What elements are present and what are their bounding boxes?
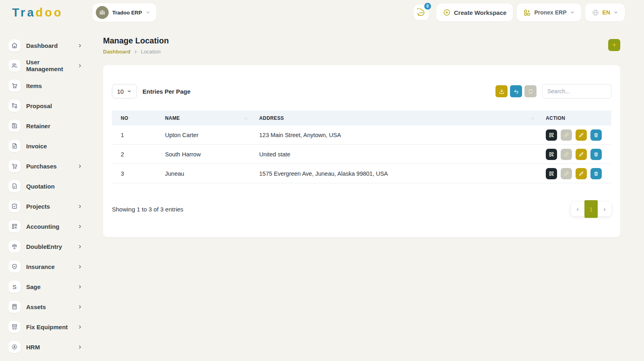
sidebar: Dashboard User Management Items Proposal…	[0, 25, 93, 361]
chevron-right-icon	[78, 305, 82, 309]
grid-plus-icon	[11, 223, 18, 230]
sidebar-item-proposal[interactable]: Proposal	[8, 96, 93, 116]
users-icon	[11, 62, 18, 69]
sidebar-item-label: Projects	[26, 203, 50, 210]
qr-code-icon	[549, 132, 554, 138]
sidebar-item-sage[interactable]: S Sage	[8, 277, 93, 297]
sort-icon[interactable]: ↑↓	[531, 116, 534, 120]
col-header-name[interactable]: NAME↑↓	[156, 115, 250, 121]
workspace-avatar	[96, 6, 109, 19]
link-button[interactable]	[561, 129, 572, 141]
home-icon	[11, 42, 18, 49]
breadcrumb-dashboard-link[interactable]: Dashboard	[103, 49, 130, 55]
undo-button[interactable]	[510, 85, 522, 97]
sidebar-item-label: Items	[26, 82, 42, 89]
sidebar-item-label: Fix Equipment	[26, 324, 68, 330]
chevron-right-icon	[78, 224, 82, 229]
sidebar-item-doubleentry[interactable]: DoubleEntry	[8, 236, 93, 256]
qr-code-button[interactable]	[546, 149, 557, 160]
sidebar-item-user-management[interactable]: User Management	[8, 55, 93, 76]
create-workspace-button[interactable]: Create Workspace	[436, 4, 513, 21]
chevron-down-icon	[570, 10, 575, 15]
col-header-no[interactable]: NO	[112, 115, 156, 121]
row-actions	[537, 168, 611, 179]
sidebar-item-hrm[interactable]: HRM	[8, 337, 93, 357]
next-page-button[interactable]: ›	[598, 202, 611, 216]
qr-code-button[interactable]	[546, 129, 557, 141]
logo-text-gold: doo	[36, 6, 63, 19]
entries-per-page-select[interactable]: 10	[112, 84, 137, 98]
table-header-row: NO NAME↑↓ ADDRESS↑↓ ACTION	[112, 111, 611, 125]
chevron-right-icon	[78, 325, 82, 329]
link-button[interactable]	[561, 168, 572, 179]
sidebar-item-label: Accounting	[26, 223, 60, 230]
sidebar-item-insurance[interactable]: Insurance	[8, 256, 93, 277]
search-input[interactable]	[542, 84, 611, 98]
delete-button[interactable]	[590, 168, 602, 179]
sidebar-item-label: Quotation	[26, 183, 55, 190]
header-actions: 0 Create Workspace Pronex ERP EN	[414, 4, 644, 21]
prev-page-button[interactable]: ‹	[571, 202, 584, 216]
qr-code-icon	[549, 152, 554, 157]
sidebar-item-accounting[interactable]: Accounting	[8, 216, 93, 236]
sidebar-item-label: Purchases	[26, 163, 57, 170]
language-label: EN	[603, 9, 610, 16]
sidebar-item-label: Insurance	[26, 263, 55, 270]
refresh-button[interactable]	[524, 85, 537, 97]
delete-button[interactable]	[590, 149, 602, 160]
target-user-icon	[11, 344, 18, 350]
sidebar-item-label: Assets	[26, 304, 46, 310]
chevron-down-icon	[127, 89, 132, 94]
edit-button[interactable]	[576, 129, 587, 141]
plus-circle-icon	[443, 8, 451, 16]
sidebar-item-quotation[interactable]: Quotation	[8, 176, 93, 196]
sidebar-item-projects[interactable]: Projects	[8, 196, 93, 216]
breadcrumb-current: Location	[141, 49, 161, 55]
chevron-right-icon	[134, 50, 138, 54]
cell-address: 1575 Evergreen Ave, Juneau, Alaska 99801…	[250, 170, 537, 177]
chevron-right-icon	[78, 204, 82, 209]
chat-badge: 0	[424, 3, 431, 10]
cell-name: Upton Carter	[156, 132, 250, 138]
cell-name: Juneau	[156, 170, 250, 177]
col-header-address[interactable]: ADDRESS↑↓	[250, 115, 537, 121]
delete-button[interactable]	[590, 129, 602, 141]
trash-icon	[593, 171, 599, 176]
export-button[interactable]	[495, 85, 508, 97]
swap-grid-icon	[11, 103, 18, 109]
sidebar-item-fix-equipment[interactable]: Fix Equipment	[8, 317, 93, 337]
sort-icon[interactable]: ↑↓	[244, 116, 247, 120]
sidebar-item-items[interactable]: Items	[8, 76, 93, 96]
language-selector[interactable]: EN	[585, 4, 625, 21]
sidebar-item-purchases[interactable]: Purchases	[8, 156, 93, 176]
link-button[interactable]	[561, 149, 572, 160]
edit-button[interactable]	[576, 168, 587, 179]
sidebar-item-label: Dashboard	[26, 42, 58, 49]
sidebar-item-label: Invoice	[26, 143, 47, 150]
sidebar-item-dashboard[interactable]: Dashboard	[8, 35, 93, 55]
erp-selector[interactable]: Pronex ERP	[517, 4, 581, 21]
sidebar-item-assets[interactable]: Assets	[8, 297, 93, 317]
archive-icon	[11, 324, 18, 330]
add-location-button[interactable]: +	[608, 39, 620, 51]
sidebar-item-invoice[interactable]: Invoice	[8, 136, 93, 156]
locations-card: 10 Entries Per Page	[103, 65, 620, 237]
sidebar-item-retainer[interactable]: Retainer	[8, 116, 93, 136]
sidebar-item-label: Sage	[26, 283, 41, 290]
sage-s-icon: S	[12, 283, 17, 290]
table-row: 1 Upton Carter 123 Main Street, Anytown,…	[112, 125, 611, 145]
chevron-right-icon	[78, 43, 82, 48]
qr-code-icon	[549, 171, 554, 176]
edit-button[interactable]	[576, 149, 587, 160]
chat-button[interactable]: 0	[414, 5, 429, 20]
locations-table: NO NAME↑↓ ADDRESS↑↓ ACTION 1 Upton Carte…	[112, 111, 611, 183]
workspace-selector[interactable]: Tradoo ERP	[93, 3, 156, 22]
floppy-icon	[11, 123, 18, 129]
erp-selector-label: Pronex ERP	[534, 9, 566, 16]
sidebar-item-label: Retainer	[26, 123, 50, 129]
qr-code-button[interactable]	[546, 168, 557, 179]
chevron-right-icon	[78, 244, 82, 249]
row-actions	[537, 149, 611, 160]
cart-icon	[11, 163, 18, 169]
current-page-button[interactable]: 1	[584, 200, 598, 218]
